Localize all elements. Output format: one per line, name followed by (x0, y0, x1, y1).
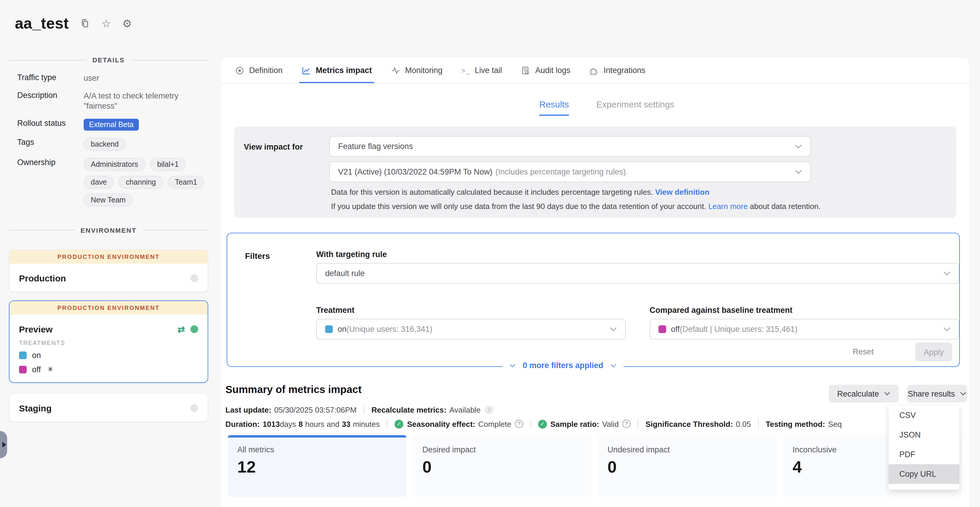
targeting-rule-value: default rule (325, 269, 943, 278)
metric-card-value: 4 (792, 458, 802, 477)
share-menu-item-copy-url[interactable]: Copy URL (889, 464, 959, 484)
help-icon[interactable]: ? (622, 420, 631, 428)
tab-monitoring[interactable]: Monitoring (391, 57, 442, 83)
last-update-label: Last update: (226, 405, 271, 414)
treatment-label: Treatment (316, 306, 355, 315)
rollout-status-label: Rollout status (17, 118, 84, 128)
last-update-value: 05/30/2025 03:57:06PM (274, 405, 357, 414)
metric-card-all-metrics[interactable]: All metrics 12 (228, 435, 406, 497)
duration-minutes: 33 (342, 419, 350, 428)
subtab-experiment-settings[interactable]: Experiment settings (596, 99, 674, 116)
env-card-production[interactable]: PRODUCTION ENVIRONMENT Production (9, 249, 208, 292)
gear-icon[interactable]: ⚙ (122, 18, 132, 29)
filters-card: Filters With targeting rule default rule… (227, 233, 960, 367)
check-circle-icon: ✓ (538, 419, 547, 428)
treatment-detail: (Unique users: 316,341) (347, 325, 433, 334)
subtab-results[interactable]: Results (539, 99, 569, 116)
summary-meta-line-1: Last update: 05/30/2025 03:57:06PM Recal… (226, 405, 493, 415)
targeting-rule-dropdown[interactable]: default rule (316, 263, 959, 284)
version-dropdown[interactable]: V21 (Active) (10/03/2022 04:59PM To Now)… (329, 161, 811, 182)
chevron-down-icon (884, 392, 891, 395)
tab-definition[interactable]: Definition (235, 57, 283, 83)
swap-treatments-icon[interactable]: ⇄ (178, 324, 185, 335)
tab-live-tail[interactable]: >_ Live tail (461, 57, 502, 83)
owner-pill[interactable]: New Team (84, 193, 133, 206)
treatment-row-off: off ✳ (19, 365, 208, 374)
tab-integrations[interactable]: Integrations (589, 57, 646, 83)
tab-metrics-impact[interactable]: Metrics impact (302, 57, 372, 83)
pulse-icon (391, 65, 401, 75)
significance-threshold-value: 0.05 (736, 419, 751, 428)
metric-card-undesired-impact[interactable]: Undesired impact 0 (598, 435, 776, 497)
ownership-label: Ownership (17, 158, 84, 167)
tab-audit-logs[interactable]: Audit logs (521, 57, 570, 83)
env-card-staging[interactable]: Staging (9, 393, 208, 422)
sidebar-expand-handle[interactable] (0, 431, 7, 458)
baseline-detail: (Default | Unique users: 315,461) (680, 325, 798, 334)
tab-label: Integrations (604, 66, 646, 75)
line-chart-icon (302, 65, 311, 75)
help-icon[interactable]: ? (515, 420, 523, 428)
treatment-row-on: on (19, 351, 208, 359)
duration-days: 1013 (263, 419, 280, 428)
chevron-down-icon (795, 144, 802, 148)
treatments-label: TREATMENTS (19, 339, 208, 346)
treatment-value: on (337, 325, 347, 334)
owner-pill[interactable]: dave (84, 175, 114, 188)
treatment-dropdown[interactable]: on (Unique users: 316,341) (316, 319, 626, 340)
owner-pill[interactable]: Administrators (84, 158, 145, 171)
rollout-status-badge[interactable]: External Beta (84, 118, 139, 130)
more-filters-toggle[interactable]: 0 more filters applied (503, 361, 624, 370)
star-icon[interactable]: ☆ (102, 18, 111, 29)
apply-button[interactable]: Apply (915, 343, 952, 362)
share-results-button[interactable]: Share results (907, 385, 967, 402)
metric-card-desired-impact[interactable]: Desired impact 0 (413, 435, 592, 497)
info-text: If you update this version we will only … (331, 202, 706, 211)
share-menu-item-json[interactable]: JSON (889, 425, 959, 445)
environment-heading: ENVIRONMENT (81, 226, 137, 234)
chevron-down-icon (611, 364, 616, 367)
owner-pill[interactable]: bilal+1 (150, 158, 186, 171)
baseline-dropdown[interactable]: off (Default | Unique users: 315,461) (649, 319, 959, 340)
env-card-preview[interactable]: PRODUCTION ENVIRONMENT Preview ⇄ TREATME… (9, 300, 208, 383)
tab-label: Monitoring (405, 66, 442, 75)
chevron-down-icon (943, 327, 950, 331)
version-value: V21 (Active) (10/03/2022 04:59PM To Now) (338, 167, 492, 176)
metric-card-value: 12 (237, 458, 256, 477)
share-menu-item-csv[interactable]: CSV (889, 405, 959, 425)
owner-pill[interactable]: Team1 (168, 175, 204, 188)
treatment-color-off (19, 365, 27, 373)
chevron-down-icon (610, 327, 617, 331)
duration-sep: hours and (305, 419, 340, 428)
production-environment-banner: PRODUCTION ENVIRONMENT (10, 250, 208, 263)
view-definition-link[interactable]: View definition (655, 188, 710, 196)
env-name-preview: Preview (19, 324, 52, 334)
tab-label: Live tail (475, 66, 502, 75)
copy-icon[interactable] (80, 18, 90, 29)
audit-log-icon (521, 65, 530, 75)
filters-title: Filters (245, 251, 270, 261)
titlebar: aa_test ☆ ⚙ (9, 0, 208, 33)
summary-meta-line-2: Duration: 1013 days 8 hours and 33 minut… (226, 419, 842, 429)
treatment-name-off: off (32, 365, 41, 374)
chevron-right-icon (2, 442, 6, 448)
owner-pill[interactable]: channing (119, 175, 163, 188)
reset-button[interactable]: Reset (844, 347, 882, 356)
recalculate-button[interactable]: Recalculate (829, 385, 899, 402)
sample-ratio-label: Sample ratio: (550, 419, 600, 428)
duration-sep: days (280, 419, 296, 428)
targeting-rule-label: With targeting rule (316, 250, 387, 259)
chevron-down-icon (509, 364, 515, 367)
description-value: A/A test to check telemetry "fairness" (84, 91, 208, 111)
testing-method-label: Testing method: (765, 419, 825, 428)
puzzle-icon (589, 65, 599, 75)
tag-pill[interactable]: backend (84, 137, 126, 150)
summary-title: Summary of metrics impact (226, 384, 361, 396)
version-info-line-2: If you update this version we will only … (331, 202, 821, 211)
tab-label: Definition (249, 66, 283, 75)
impact-type-dropdown[interactable]: Feature flag versions (329, 136, 811, 157)
treatment-color-on (19, 351, 27, 359)
info-icon[interactable]: i (485, 405, 493, 414)
share-menu-item-pdf[interactable]: PDF (889, 445, 959, 464)
learn-more-link[interactable]: Learn more (708, 202, 748, 211)
